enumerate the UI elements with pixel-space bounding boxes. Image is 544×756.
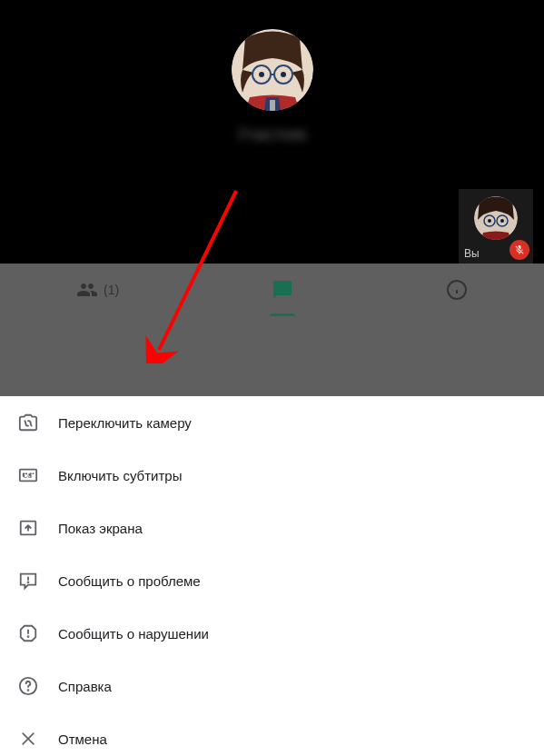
tab-chat[interactable] xyxy=(244,264,321,316)
menu-label: Сообщить о проблеме xyxy=(58,573,201,589)
svg-point-22 xyxy=(28,690,29,691)
people-icon xyxy=(76,279,98,301)
report-problem-icon xyxy=(18,571,38,591)
menu-present-screen[interactable]: Показ экрана xyxy=(0,502,544,554)
mic-muted-icon xyxy=(509,240,529,260)
svg-point-20 xyxy=(28,636,29,637)
chat-icon xyxy=(272,279,293,301)
overlay-backdrop[interactable] xyxy=(0,316,544,396)
help-icon xyxy=(18,676,38,696)
menu-help[interactable]: Справка xyxy=(0,660,544,712)
svg-point-4 xyxy=(259,72,264,77)
menu-switch-camera[interactable]: Переключить камеру xyxy=(0,396,544,449)
self-video-thumbnail[interactable]: Вы xyxy=(459,189,533,264)
menu-cancel[interactable]: Отмена xyxy=(0,712,544,756)
video-call-area: Участник Вы xyxy=(0,0,544,264)
bottom-sheet-menu: Переключить камеру CC Включить субтитры … xyxy=(0,396,544,756)
menu-label: Включить субтитры xyxy=(58,468,182,483)
menu-label: Переключить камеру xyxy=(58,415,192,431)
svg-point-18 xyxy=(28,582,29,582)
menu-label: Показ экрана xyxy=(58,521,143,536)
participant-avatar xyxy=(232,29,313,111)
menu-label: Сообщить о нарушении xyxy=(58,626,209,642)
participant-name: Участник xyxy=(238,125,307,144)
info-icon xyxy=(446,279,468,301)
svg-text:CC: CC xyxy=(23,472,33,480)
menu-label: Отмена xyxy=(58,731,107,747)
menu-report-problem[interactable]: Сообщить о проблеме xyxy=(0,554,544,607)
menu-enable-captions[interactable]: CC Включить субтитры xyxy=(0,449,544,502)
close-icon xyxy=(18,729,38,749)
svg-point-5 xyxy=(281,72,286,77)
captions-icon: CC xyxy=(18,465,38,485)
present-screen-icon xyxy=(18,518,38,538)
report-abuse-icon xyxy=(18,623,38,643)
tab-people[interactable]: (1) xyxy=(49,264,146,316)
svg-point-9 xyxy=(488,219,491,223)
tab-info[interactable] xyxy=(419,264,495,316)
self-avatar xyxy=(474,196,518,240)
switch-camera-icon xyxy=(18,413,38,433)
people-count: (1) xyxy=(104,283,119,297)
svg-point-10 xyxy=(500,219,504,223)
menu-report-abuse[interactable]: Сообщить о нарушении xyxy=(0,607,544,660)
tab-bar: (1) xyxy=(0,264,544,316)
menu-label: Справка xyxy=(58,679,112,694)
